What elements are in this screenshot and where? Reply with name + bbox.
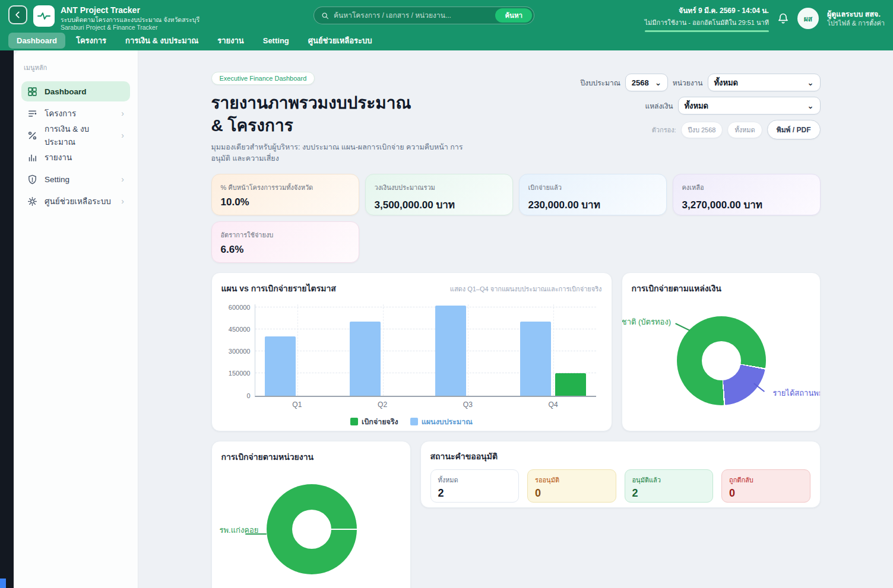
chevron-right-icon: › [121,131,124,139]
label-leader-line [245,533,267,535]
sidebar-item-label: ศูนย์ช่วยเหลือระบบ [45,195,111,208]
bar-แผนงบประมาณ [350,322,381,395]
session-timeout-text: ไม่มีการใช้งาน - ออกอัตโนมัติใน 29:51 นา… [645,17,769,28]
fiscal-year-select[interactable]: 2568⌄ [625,74,668,91]
bar-chart-note: แสดง Q1–Q4 จากแผนงบประมาณและการเบิกจ่ายจ… [450,284,602,294]
stat-cards: % คืบหน้าโครงการรวมทั้งจังหวัด10.0%วงเงิ… [211,174,821,263]
stat-value: 10.0% [221,196,350,208]
stat-value: 3,270,000.00 บาท [682,196,811,212]
stat-card: % คืบหน้าโครงการรวมทั้งจังหวัด10.0% [211,174,359,215]
stat-card: อัตราการใช้จ่ายงบ6.6% [211,221,359,263]
session-info: จันทร์ 9 มี.ค. 2569 - 14:04 น. ไม่มีการใ… [645,5,769,32]
nav-tab-finance[interactable]: การเงิน & งบประมาณ [117,31,207,50]
legend-item[interactable]: แผนงบประมาณ [410,416,473,428]
chevron-left-icon [14,11,22,19]
nav-tab-reports[interactable]: รายงาน [209,31,252,50]
app-header: ANT Project Tracker ระบบติดตามโครงการและ… [0,0,893,50]
chevron-right-icon: › [121,109,124,117]
agency-select[interactable]: ทั้งหมด⌄ [708,74,821,91]
approval-status-card: สถานะคำขออนุมัติ ทั้งหมด2รออนุมัติ0อนุมั… [420,441,821,508]
chevron-down-icon: ⌄ [655,78,661,87]
bar-แผนงบประมาณ [435,306,466,396]
sidebar-item-projects[interactable]: โครงการ› [21,103,130,123]
rail-accent [0,579,6,588]
sidebar-item-label: โครงการ [45,107,76,120]
back-button[interactable] [8,5,27,24]
main-nav: Dashboardโครงการการเงิน & งบประมาณรายงาน… [0,30,893,50]
approval-stat-value: 0 [535,487,609,500]
sidebar-item-finance[interactable]: การเงิน & งบประมาณ› [21,125,130,145]
nav-tab-setting[interactable]: Setting [255,33,297,49]
app-logo [33,5,55,27]
nav-tab-dashboard[interactable]: Dashboard [8,33,65,49]
search-input[interactable] [329,11,495,20]
approval-stat-label: อนุมัติแล้ว [632,475,706,485]
list-icon [27,109,37,119]
sidebar-item-reports[interactable]: รายงาน [21,147,130,167]
page-subtitle: มุมมองเดียวสำหรับผู้บริหาร: งบประมาณ แผน… [211,142,473,164]
bar-group-q3 [426,304,511,396]
percent-icon [27,131,37,141]
bar-แผนงบประมาณ [520,322,551,395]
applied-filter-chip-1: ทั้งหมด [727,122,762,138]
y-axis-tick-label: 450000 [223,326,251,333]
app-subtitle-en: Saraburi Project & Finance Tracker [61,24,200,31]
sidebar-item-label: การเงิน & งบประมาณ [45,122,114,148]
sidebar-item-label: Setting [45,175,69,184]
department-donut-card: การเบิกจ่ายตามหน่วยงาน รพ.แก่งคอย [211,441,411,588]
stat-label: คงเหลือ [682,182,811,193]
approval-status-title: สถานะคำขออนุมัติ [430,450,810,463]
avatar[interactable]: ผส [797,8,819,29]
bar-แผนงบประมาณ [265,336,296,395]
stat-value: 6.6% [221,244,350,256]
legend-item[interactable]: เบิกจ่ายจริง [350,416,398,428]
stat-label: เบิกจ่ายแล้ว [528,182,657,193]
fund-source-donut [677,316,766,405]
user-profile-link: โปรไฟล์ & การตั้งค่า [827,19,885,27]
bar-group-q4 [511,304,596,396]
notification-bell-icon[interactable] [777,12,789,24]
x-axis-tick-label: Q3 [425,401,511,409]
fund-source-select[interactable]: ทั้งหมด⌄ [678,97,821,115]
filter-panel: ปีงบประมาณ 2568⌄ หน่วยงาน ทั้งหมด⌄ แหล่ง… [580,72,820,164]
stat-label: วงเงินงบประมาณรวม [375,182,504,193]
user-menu[interactable]: ผู้ดูแลระบบ สสจ. โปรไฟล์ & การตั้งค่า [827,9,885,28]
sidebar-item-dashboard[interactable]: Dashboard [21,81,130,101]
gear-icon [27,196,37,206]
bar-chart-legend: เบิกจ่ายจริงแผนงบประมาณ [221,416,602,428]
fund-source-donut-card: การเบิกจ่ายตามแหล่งเงิน งชาติ (บัตรทอง) … [622,272,821,431]
fiscal-year-label: ปีงบประมาณ [580,77,620,88]
legend-label: แผนงบประมาณ [422,416,473,428]
session-progress-bar [645,30,769,32]
sidebar-item-help[interactable]: ศูนย์ช่วยเหลือระบบ› [21,191,130,211]
left-rail [0,50,14,588]
sidebar-item-label: รายงาน [45,151,72,164]
approval-stat-pending: รออนุมัติ0 [527,469,616,503]
bar-chart-icon [27,152,37,163]
app-title: ANT Project Tracker [61,5,200,16]
stat-label: % คืบหน้าโครงการรวมทั้งจังหวัด [221,182,350,193]
y-axis-tick-label: 600000 [223,304,251,311]
approval-stat-label: ทั้งหมด [438,475,512,485]
print-pdf-button[interactable]: พิมพ์ / PDF [767,120,821,139]
chevron-right-icon: › [121,175,124,183]
bar-chart-x-labels: Q1Q2Q3Q4 [255,401,596,409]
nav-tab-projects[interactable]: โครงการ [68,31,115,50]
applied-filter-chip-0: ปีงบ 2568 [681,122,723,138]
sidebar: เมนูหลัก Dashboardโครงการ›การเงิน & งบปร… [14,50,138,588]
search-button[interactable]: ค้นหา [495,8,532,23]
approval-stat-label: ถูกตีกลับ [729,475,803,485]
y-axis-tick-label: 300000 [223,348,251,355]
pulse-icon [37,9,51,23]
chevron-down-icon: ⌄ [808,78,814,87]
stat-card: วงเงินงบประมาณรวม3,500,000.00 บาท [365,174,513,215]
y-axis-tick-label: 150000 [223,370,251,377]
nav-tab-help[interactable]: ศูนย์ช่วยเหลือระบบ [300,31,381,50]
sidebar-item-setting[interactable]: Setting› [21,169,130,189]
legend-swatch [410,418,418,425]
stat-card: เบิกจ่ายแล้ว230,000.00 บาท [519,174,667,215]
legend-swatch [350,418,358,425]
app-subtitle-th: ระบบติดตามโครงการและงบประมาณ จังหวัดสระบ… [61,16,200,24]
fund-donut-title: การเบิกจ่ายตามแหล่งเงิน [632,282,810,295]
agency-label: หน่วยงาน [673,77,703,88]
